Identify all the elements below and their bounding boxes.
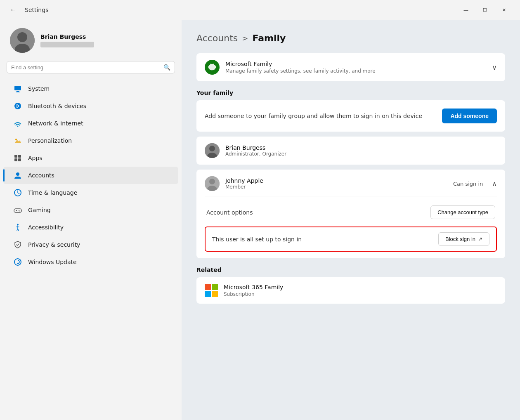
block-signin-row: This user is all set up to sign in Block… xyxy=(205,227,497,252)
main-content: Accounts > Family Microsoft Family Manag… xyxy=(182,20,520,420)
bluetooth-icon xyxy=(13,101,22,111)
microsoft-family-icon xyxy=(205,60,220,75)
system-label: System xyxy=(28,85,50,92)
account-options-row: Account options Change account type xyxy=(205,201,497,223)
app-title: Settings xyxy=(25,7,48,13)
microsoft-family-chevron[interactable]: ∨ xyxy=(492,64,497,71)
sidebar-item-windows-update[interactable]: Windows Update xyxy=(3,253,178,271)
block-signin-label: Block sign in xyxy=(445,236,475,242)
microsoft-family-card: Microsoft Family Manage family safety se… xyxy=(196,53,505,81)
personalization-icon xyxy=(13,136,22,145)
network-label: Network & internet xyxy=(28,120,83,127)
svg-point-7 xyxy=(17,126,19,127)
ms365-title: Microsoft 365 Family xyxy=(224,284,497,290)
sidebar-item-privacy[interactable]: Privacy & security xyxy=(3,236,178,253)
breadcrumb-current: Family xyxy=(252,33,286,43)
block-signin-button[interactable]: Block sign in ↗ xyxy=(438,232,489,246)
close-button[interactable]: ✕ xyxy=(494,3,513,17)
user-email-blurred xyxy=(40,42,94,47)
sidebar-item-bluetooth[interactable]: Bluetooth & devices xyxy=(3,97,178,115)
svg-point-26 xyxy=(209,179,215,184)
brian-name: Brian Burgess xyxy=(225,144,497,151)
signin-status-text: This user is all set up to sign in xyxy=(212,236,302,243)
svg-point-6 xyxy=(14,103,21,109)
back-button[interactable]: ← xyxy=(7,3,20,17)
app-body: Brian Burgess 🔍 System xyxy=(0,20,520,420)
microsoft-family-row: Microsoft Family Manage family safety se… xyxy=(205,60,497,75)
personalization-label: Personalization xyxy=(28,137,72,144)
johnny-role: Member xyxy=(225,184,447,190)
related-heading: Related xyxy=(196,267,505,273)
apps-label: Apps xyxy=(28,155,43,161)
update-icon xyxy=(13,257,22,267)
ms365-row: Microsoft 365 Family Subscription xyxy=(205,284,497,297)
microsoft-family-text: Microsoft Family Manage family safety se… xyxy=(225,61,486,74)
brian-member-row: Brian Burgess Administrator, Organizer xyxy=(205,143,497,158)
add-someone-button[interactable]: Add someone xyxy=(442,109,497,123)
brian-role: Administrator, Organizer xyxy=(225,151,497,157)
privacy-label: Privacy & security xyxy=(28,241,80,248)
title-bar: ← Settings — ☐ ✕ xyxy=(0,0,520,20)
svg-rect-10 xyxy=(18,155,21,158)
microsoft-family-title: Microsoft Family xyxy=(225,61,486,67)
svg-point-8 xyxy=(15,139,17,140)
sidebar-item-gaming[interactable]: Gaming xyxy=(3,201,178,219)
time-icon xyxy=(13,188,22,197)
search-input[interactable] xyxy=(11,64,160,71)
change-account-type-button[interactable]: Change account type xyxy=(430,205,495,219)
breadcrumb-separator: > xyxy=(242,34,248,42)
privacy-icon xyxy=(13,240,22,249)
user-profile: Brian Burgess xyxy=(0,25,182,61)
brian-info: Brian Burgess Administrator, Organizer xyxy=(225,144,497,157)
accessibility-icon xyxy=(13,223,22,232)
svg-rect-5 xyxy=(16,92,20,92)
svg-rect-11 xyxy=(14,158,17,161)
johnny-avatar xyxy=(205,176,220,191)
sidebar-item-network[interactable]: Network & internet xyxy=(3,115,178,132)
brian-burgess-card: Brian Burgess Administrator, Organizer xyxy=(196,137,505,165)
cursor-icon: ↗ xyxy=(478,236,482,242)
accounts-icon xyxy=(13,171,22,180)
sidebar-item-system[interactable]: System xyxy=(3,80,178,97)
accounts-label: Accounts xyxy=(28,172,54,179)
search-icon: 🔍 xyxy=(163,64,170,71)
svg-point-18 xyxy=(19,210,19,211)
user-info: Brian Burgess xyxy=(40,33,94,47)
sidebar-item-accessibility[interactable]: Accessibility xyxy=(3,219,178,236)
svg-point-23 xyxy=(209,146,215,151)
accessibility-label: Accessibility xyxy=(28,224,64,231)
breadcrumb: Accounts > Family xyxy=(196,33,505,43)
sidebar-item-personalization[interactable]: Personalization xyxy=(3,132,178,149)
brian-avatar xyxy=(205,143,220,158)
ms365-icon xyxy=(205,284,218,297)
system-icon xyxy=(13,84,22,93)
johnny-name: Johnny Apple xyxy=(225,177,447,184)
sidebar-item-apps[interactable]: Apps xyxy=(3,149,178,167)
bluetooth-label: Bluetooth & devices xyxy=(28,103,86,109)
minimize-button[interactable]: — xyxy=(456,3,475,17)
breadcrumb-parent[interactable]: Accounts xyxy=(196,33,238,43)
johnny-chevron[interactable]: ∧ xyxy=(492,180,497,188)
search-box[interactable]: 🔍 xyxy=(7,61,175,73)
add-someone-card: Add someone to your family group and all… xyxy=(196,100,505,132)
sidebar-item-accounts[interactable]: Accounts xyxy=(3,167,178,184)
your-family-heading: Your family xyxy=(196,90,505,96)
sidebar-item-time[interactable]: Time & language xyxy=(3,184,178,201)
account-options-label: Account options xyxy=(206,209,253,216)
svg-rect-9 xyxy=(14,155,17,158)
johnny-options: Account options Change account type This… xyxy=(205,196,497,252)
gaming-label: Gaming xyxy=(28,207,51,213)
maximize-button[interactable]: ☐ xyxy=(475,3,494,17)
johnny-member-row: Johnny Apple Member Can sign in ∧ xyxy=(205,176,497,191)
johnny-status: Can sign in xyxy=(453,181,483,187)
ms365-family-card: Microsoft 365 Family Subscription xyxy=(196,277,505,304)
microsoft-family-subtitle: Manage family safety settings, see famil… xyxy=(225,68,486,74)
svg-point-19 xyxy=(19,211,20,212)
svg-rect-15 xyxy=(14,209,21,212)
johnny-apple-card: Johnny Apple Member Can sign in ∧ Accoun… xyxy=(196,170,505,258)
apps-icon xyxy=(13,153,22,163)
svg-point-13 xyxy=(16,172,19,176)
avatar xyxy=(10,28,35,53)
svg-point-21 xyxy=(14,259,21,265)
add-someone-text: Add someone to your family group and all… xyxy=(205,112,435,120)
